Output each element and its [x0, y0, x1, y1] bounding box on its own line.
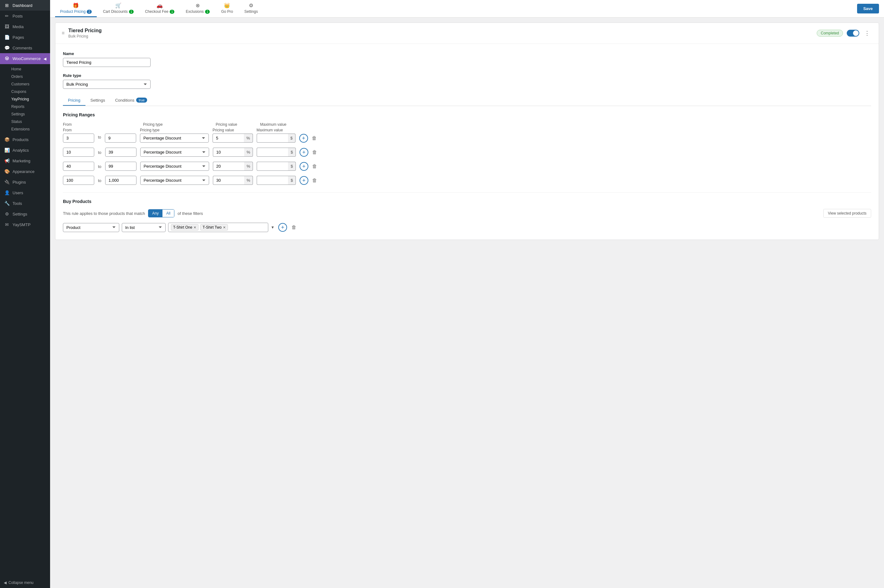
sidebar-sub-home[interactable]: Home — [0, 65, 50, 73]
row-actions-3: + 🗑 — [299, 176, 319, 185]
max-input-0[interactable] — [257, 134, 288, 142]
filter-condition-select[interactable]: In list — [122, 223, 165, 232]
rule-header: ≡ Tiered Pricing Bulk Pricing Completed … — [56, 23, 879, 44]
sidebar-item-comments[interactable]: 💬 Comments — [0, 42, 50, 53]
tab-settings[interactable]: ⚙ Settings — [239, 0, 263, 17]
sidebar-sub-customers[interactable]: Customers — [0, 80, 50, 88]
sidebar-sub-orders[interactable]: Orders — [0, 73, 50, 80]
pro-badge: true — [136, 98, 147, 103]
drag-handle-icon[interactable]: ≡ — [62, 30, 65, 36]
rule-actions: ⋮ — [847, 28, 872, 38]
delete-row-button-3[interactable]: 🗑 — [310, 176, 319, 185]
type-field-0: Pricing type Percentage Discount — [140, 128, 209, 142]
add-filter-button[interactable]: + — [278, 223, 287, 232]
sub-tab-settings[interactable]: Settings — [86, 95, 110, 106]
collapse-menu-button[interactable]: ◀ Collapse menu — [0, 578, 50, 588]
type-select-3[interactable]: Percentage Discount — [140, 176, 209, 185]
max-input-3[interactable] — [257, 176, 288, 185]
sub-tab-pricing[interactable]: Pricing — [63, 95, 86, 106]
delete-row-button-2[interactable]: 🗑 — [310, 162, 319, 171]
from-header: From — [63, 122, 94, 127]
row-actions-2: + 🗑 — [299, 162, 319, 171]
sidebar-sub-yaypricing[interactable]: YayPricing — [0, 95, 50, 103]
tab-go-pro[interactable]: 👑 Go Pro — [216, 0, 238, 17]
plugins-icon: 🔌 — [4, 180, 10, 184]
sidebar-item-dashboard[interactable]: ⊞ Dashboard — [0, 0, 50, 10]
value-wrap-0: % — [212, 134, 253, 142]
name-input[interactable] — [63, 58, 150, 67]
to-input-1[interactable] — [105, 148, 137, 157]
type-select-1[interactable]: Percentage Discount — [140, 148, 209, 157]
from-input-3[interactable] — [63, 176, 94, 185]
sidebar-item-media[interactable]: 🖼 Media — [0, 21, 50, 32]
max-wrap-3: $ — [257, 176, 296, 185]
view-selected-products-button[interactable]: View selected products — [823, 209, 871, 218]
max-label-0: Maximum value — [257, 128, 296, 132]
from-label-0: From — [63, 128, 94, 132]
to-input-2[interactable] — [105, 162, 137, 171]
value-field-0: Pricing value % — [212, 128, 253, 142]
add-row-button-3[interactable]: + — [299, 176, 308, 185]
value-input-3[interactable] — [213, 176, 244, 185]
from-field-3 — [63, 176, 94, 185]
value-input-1[interactable] — [213, 148, 244, 157]
buy-products-section: Buy Products This rule applies to those … — [63, 192, 871, 232]
value-input-2[interactable] — [213, 162, 244, 171]
sidebar-item-products[interactable]: 📦 Products — [0, 134, 50, 145]
to-input-3[interactable] — [105, 176, 137, 185]
rule-type-select[interactable]: Bulk Pricing — [63, 80, 150, 89]
sidebar-sub-extensions[interactable]: Extensions — [0, 125, 50, 133]
sidebar-sub-reports[interactable]: Reports — [0, 103, 50, 110]
tab-cart-discounts[interactable]: 🛒 Cart Discounts 1 — [98, 0, 139, 17]
sidebar-item-appearance[interactable]: 🎨 Appearance — [0, 166, 50, 177]
from-input-2[interactable] — [63, 162, 94, 171]
filter-type-select[interactable]: Product — [63, 223, 119, 232]
value-input-0[interactable] — [212, 134, 244, 142]
add-row-button-2[interactable]: + — [299, 162, 308, 171]
from-input-0[interactable] — [63, 134, 94, 142]
sidebar-item-woocommerce[interactable]: Ⓦ WooCommerce ◀ — [0, 53, 50, 64]
tab-checkout-fee[interactable]: 🚗 Checkout Fee 1 — [140, 0, 179, 17]
delete-row-button-1[interactable]: 🗑 — [310, 148, 319, 157]
to-field-3 — [105, 176, 137, 185]
sub-tab-conditions[interactable]: Conditions true — [110, 95, 152, 106]
rule-toggle[interactable] — [847, 30, 859, 37]
sidebar-item-pages[interactable]: 📄 Pages — [0, 32, 50, 42]
add-row-button-1[interactable]: + — [299, 148, 308, 157]
from-input-1[interactable] — [63, 148, 94, 157]
type-select-0[interactable]: Percentage Discount — [140, 134, 209, 142]
tab-product-pricing[interactable]: 🎁 Product Pricing 2 — [55, 0, 97, 17]
max-suffix-1: $ — [288, 148, 296, 157]
max-wrap-0: $ — [257, 134, 296, 142]
type-select-2[interactable]: Percentage Discount — [140, 162, 209, 171]
sidebar-item-posts[interactable]: ✏ Posts — [0, 10, 50, 21]
match-all-button[interactable]: All — [162, 210, 174, 217]
add-row-button-0[interactable]: + — [299, 134, 308, 142]
save-button[interactable]: Save — [857, 4, 879, 14]
more-options-button[interactable]: ⋮ — [862, 28, 872, 38]
max-input-1[interactable] — [257, 148, 288, 157]
match-any-button[interactable]: Any — [148, 210, 162, 217]
sidebar-sub-coupons[interactable]: Coupons — [0, 88, 50, 95]
sidebar-item-yaysmtp[interactable]: ✉ YaySMTP — [0, 219, 50, 230]
sidebar-item-plugins[interactable]: 🔌 Plugins — [0, 177, 50, 188]
sidebar-item-analytics[interactable]: 📊 Analytics — [0, 145, 50, 156]
sub-tabs: Pricing Settings Conditions true — [63, 95, 871, 106]
sidebar-item-tools[interactable]: 🔧 Tools — [0, 198, 50, 208]
tab-exclusions[interactable]: ⊗ Exclusions 1 — [180, 0, 215, 17]
remove-tshirt-one-button[interactable]: ✕ — [194, 225, 196, 230]
value-field-2: % — [213, 162, 253, 171]
delete-filter-button[interactable]: 🗑 — [290, 223, 298, 232]
to-input-0[interactable] — [105, 134, 136, 142]
product-pricing-icon: 🎁 — [73, 3, 79, 9]
yaysmtp-icon: ✉ — [4, 222, 10, 227]
sidebar-sub-settings[interactable]: Settings — [0, 110, 50, 118]
sidebar-item-marketing[interactable]: 📢 Marketing — [0, 156, 50, 166]
sidebar-sub-status[interactable]: Status — [0, 118, 50, 125]
nav-settings-icon: ⚙ — [249, 3, 253, 9]
delete-row-button-0[interactable]: 🗑 — [310, 134, 319, 142]
sidebar-item-users[interactable]: 👤 Users — [0, 188, 50, 198]
sidebar-item-settings[interactable]: ⚙ Settings — [0, 208, 50, 219]
remove-tshirt-two-button[interactable]: ✕ — [223, 225, 226, 230]
max-input-2[interactable] — [257, 162, 288, 171]
